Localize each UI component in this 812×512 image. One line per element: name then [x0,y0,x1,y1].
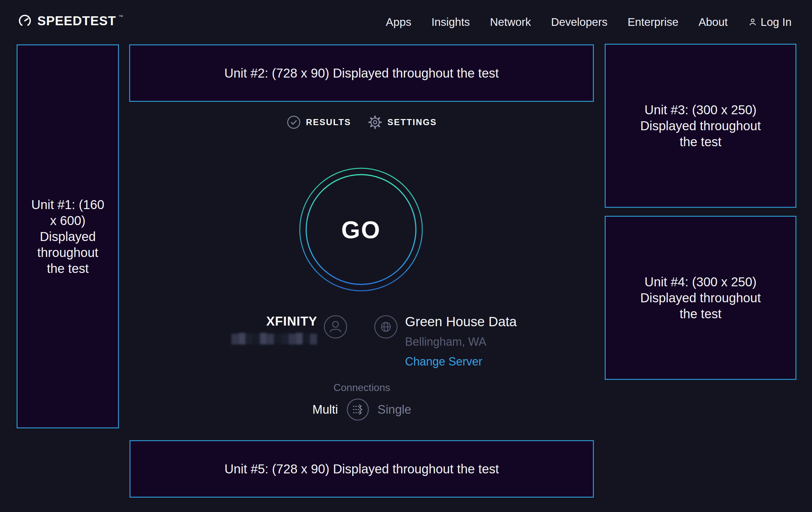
header: SPEEDTEST ™ Apps Insights Network Develo… [0,0,812,44]
isp-name: XFINITY [231,314,317,328]
login-label: Log In [761,16,791,28]
server-name: Green House Data [405,314,517,329]
ad-unit-4[interactable]: Unit #4: (300 x 250) Displayed throughou… [605,216,796,380]
gear-icon [368,115,382,130]
go-button[interactable]: GO [299,167,423,292]
server-location: Bellingham, WA [405,335,517,349]
connections-option-multi[interactable]: Multi [313,403,338,416]
nav-item-about[interactable]: About [698,16,727,28]
ad-unit-5[interactable]: Unit #5: (728 x 90) Displayed throughout… [129,440,594,497]
speedtest-logo[interactable]: SPEEDTEST ™ [18,14,123,28]
connections-label: Connections [119,382,605,394]
ad-unit-3-text: Unit #3: (300 x 250) Displayed throughou… [632,102,769,150]
logo-trademark: ™ [119,14,123,19]
main-nav: Apps Insights Network Developers Enterpr… [386,0,791,44]
check-circle-icon [287,115,301,129]
nav-item-network[interactable]: Network [490,16,531,28]
server-info: Green House Data Bellingham, WA Change S… [405,314,517,368]
tab-results-label: RESULTS [306,117,351,127]
ad-unit-4-text: Unit #4: (300 x 250) Displayed throughou… [632,274,769,322]
logo-text: SPEEDTEST [37,14,116,28]
ad-unit-1[interactable]: Unit #1: (160 x 600) Displayed throughou… [17,44,119,428]
ad-unit-5-text: Unit #5: (728 x 90) Displayed throughout… [225,461,499,477]
ad-unit-1-text: Unit #1: (160 x 600) Displayed throughou… [31,197,105,276]
nav-item-enterprise[interactable]: Enterprise [628,16,679,28]
nav-item-login[interactable]: Log In [748,16,791,28]
connections-toggle-icon[interactable] [346,398,369,421]
connections-toggle-row: Multi Single [119,398,605,421]
ad-unit-2[interactable]: Unit #2: (728 x 90) Displayed throughout… [129,44,594,102]
tab-settings-label: SETTINGS [387,117,437,127]
nav-item-developers[interactable]: Developers [551,16,608,28]
go-button-label: GO [299,167,423,292]
nav-item-insights[interactable]: Insights [432,16,470,28]
tab-settings[interactable]: SETTINGS [368,115,437,130]
globe-icon [374,315,398,339]
user-icon [748,17,757,27]
tabs-bar: RESULTS [119,115,605,130]
isp-avatar-icon[interactable] [323,315,348,339]
connections-option-single[interactable]: Single [378,403,411,416]
nav-item-apps[interactable]: Apps [386,16,411,28]
tab-results[interactable]: RESULTS [287,115,351,129]
change-server-link[interactable]: Change Server [405,355,517,368]
speedtest-gauge-icon [18,14,32,28]
isp-detail-redacted: ▓█▒░█▓░▒▓█░▓ [231,333,317,344]
speedtest-page: SPEEDTEST ™ Apps Insights Network Develo… [0,0,812,512]
ad-unit-3[interactable]: Unit #3: (300 x 250) Displayed throughou… [605,44,796,208]
ad-unit-2-text: Unit #2: (728 x 90) Displayed throughout… [224,65,499,81]
isp-info: XFINITY ▓█▒░█▓░▒▓█░▓ [231,314,317,344]
